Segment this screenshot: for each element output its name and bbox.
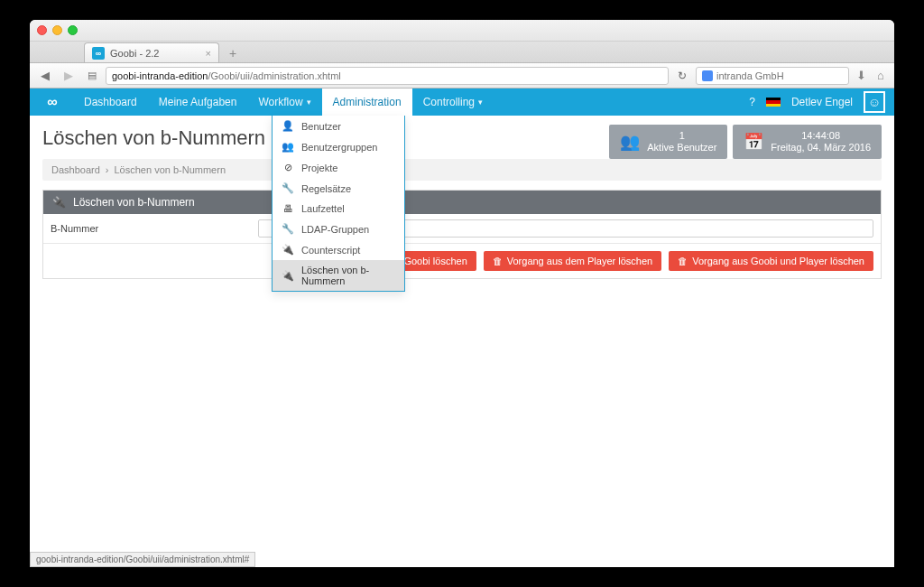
users-icon: 👥 <box>282 141 294 153</box>
search-placeholder: intranda GmbH <box>716 70 784 81</box>
window-zoom-button[interactable] <box>68 25 78 35</box>
plug-icon: 🔌 <box>282 244 294 256</box>
window-titlebar <box>30 20 894 42</box>
wrench-icon: 🔧 <box>282 223 294 235</box>
delete-from-player-button[interactable]: 🗑Vorgang aus dem Player löschen <box>484 251 661 271</box>
url-field[interactable]: goobi-intranda-edition/Goobi/uii/adminis… <box>106 67 669 85</box>
menu-regelsaetze[interactable]: 🔧Regelsätze <box>273 178 404 199</box>
breadcrumb-separator: › <box>106 164 109 175</box>
app-navbar: ∞ Dashboard Meine Aufgaben Workflow ▾ Ad… <box>30 89 894 116</box>
nav-administration[interactable]: Administration <box>322 89 412 116</box>
menu-ldap-gruppen[interactable]: 🔧LDAP-Gruppen <box>273 219 404 239</box>
page-icon: ▤ <box>82 67 102 85</box>
menu-projekte[interactable]: ⊘Projekte <box>273 157 404 178</box>
tab-close-icon[interactable]: × <box>206 48 211 59</box>
print-icon: 🖶 <box>282 203 294 214</box>
forward-button[interactable]: ▶ <box>59 67 79 85</box>
url-path: /Goobi/uii/administration.xhtml <box>208 70 340 81</box>
panel-title: Löschen von b-Nummern <box>73 196 195 209</box>
search-engine-icon <box>702 70 713 81</box>
panel: 🔌 Löschen von b-Nummern B-Nummer 🗑Vorgan… <box>42 190 882 279</box>
user-name[interactable]: Detlev Engel <box>791 96 853 108</box>
ban-icon: ⊘ <box>282 162 294 173</box>
favicon-icon: ∞ <box>92 47 105 60</box>
wrench-icon: 🔧 <box>282 182 294 194</box>
users-icon: 👥 <box>620 132 640 152</box>
browser-toolbar: ◀ ▶ ▤ goobi-intranda-edition/Goobi/uii/a… <box>30 63 894 89</box>
nav-meine-aufgaben[interactable]: Meine Aufgaben <box>148 89 248 116</box>
nav-controlling[interactable]: Controlling ▾ <box>412 89 494 116</box>
active-users-count: 1 <box>647 130 716 142</box>
menu-laufzettel[interactable]: 🖶Laufzettel <box>273 199 404 219</box>
user-icon: 👤 <box>282 120 294 132</box>
breadcrumb-dashboard[interactable]: Dashboard <box>51 164 100 175</box>
menu-counterscript[interactable]: 🔌Counterscript <box>273 239 404 260</box>
tab-title: Goobi - 2.2 <box>110 48 159 59</box>
chevron-down-icon: ▾ <box>307 98 311 107</box>
menu-benutzer[interactable]: 👤Benutzer <box>273 116 404 136</box>
administration-dropdown: 👤Benutzer 👥Benutzergruppen ⊘Projekte 🔧Re… <box>272 116 405 292</box>
nav-workflow[interactable]: Workflow ▾ <box>247 89 321 116</box>
window-close-button[interactable] <box>37 25 47 35</box>
brand-logo[interactable]: ∞ <box>39 92 64 112</box>
window-minimize-button[interactable] <box>52 25 62 35</box>
active-users-label: Aktive Benutzer <box>647 142 716 154</box>
breadcrumb-current: Löschen von b-Nummern <box>115 164 226 175</box>
bnummer-label: B-Nummer <box>51 223 258 234</box>
flag-de-icon[interactable] <box>766 98 781 107</box>
breadcrumb: Dashboard › Löschen von b-Nummern <box>42 159 882 181</box>
browser-tab[interactable]: ∞ Goobi - 2.2 × <box>84 42 219 62</box>
back-button[interactable]: ◀ <box>35 67 55 85</box>
chevron-down-icon: ▾ <box>478 98 483 107</box>
trash-icon: 🗑 <box>678 256 688 266</box>
home-icon[interactable]: ⌂ <box>873 69 889 82</box>
delete-from-both-button[interactable]: 🗑Vorgang aus Goobi und Player löschen <box>669 251 873 271</box>
panel-header: 🔌 Löschen von b-Nummern <box>43 191 881 214</box>
trash-icon: 🗑 <box>493 256 503 266</box>
nav-dashboard[interactable]: Dashboard <box>73 89 148 116</box>
help-icon[interactable]: ? <box>749 96 755 108</box>
avatar[interactable]: ☺ <box>864 91 885 113</box>
url-host: goobi-intranda-edition <box>112 70 208 81</box>
active-users-box: 👥 1 Aktive Benutzer <box>609 125 727 159</box>
download-icon[interactable]: ⬇ <box>853 69 869 82</box>
time-value: 14:44:08 <box>771 130 871 142</box>
plug-icon: 🔌 <box>282 270 294 282</box>
browser-tabstrip: ∞ Goobi - 2.2 × + <box>30 42 894 63</box>
date-value: Freitag, 04. März 2016 <box>771 142 871 154</box>
calendar-icon: 📅 <box>744 132 763 152</box>
reload-button[interactable]: ↻ <box>672 70 692 82</box>
plug-icon: 🔌 <box>52 196 66 209</box>
new-tab-button[interactable]: + <box>223 44 243 62</box>
menu-loeschen-b-nummern[interactable]: 🔌Löschen von b-Nummern <box>273 260 404 291</box>
search-field[interactable]: intranda GmbH <box>696 67 849 85</box>
datetime-box: 📅 14:44:08 Freitag, 04. März 2016 <box>733 125 882 159</box>
menu-benutzergruppen[interactable]: 👥Benutzergruppen <box>273 136 404 157</box>
browser-statusbar: goobi-intranda-edition/Goobi/uii/adminis… <box>30 552 255 567</box>
